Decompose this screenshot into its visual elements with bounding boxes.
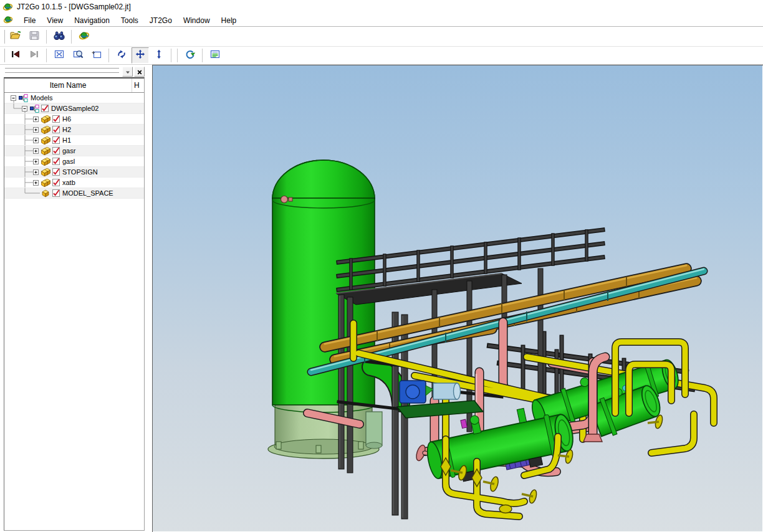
menu-bar: FileViewNavigationToolsJT2GoWindowHelp (0, 13, 763, 26)
jt2go-document-icon (3, 15, 13, 24)
binoculars-icon (54, 31, 65, 43)
tree-item-label[interactable]: gasr (61, 147, 77, 154)
open-folder-icon (10, 31, 21, 43)
toolbar-separator (108, 49, 110, 62)
next-frame-button (26, 47, 43, 64)
toolbar-standard-gripper[interactable] (2, 30, 5, 44)
zoom-vertical-icon (153, 49, 165, 62)
previous-frame-button[interactable] (7, 47, 24, 64)
visibility-checkbox[interactable] (52, 189, 60, 197)
tree-row-dwgsample02[interactable]: DWGSample02 (4, 103, 144, 114)
rotate-icon (116, 49, 127, 62)
toolbar-separator (46, 30, 47, 44)
update-view-button[interactable] (181, 47, 199, 64)
tree-item-label[interactable]: STOPSIGN (61, 168, 99, 176)
tank-nozzle (281, 196, 288, 203)
tree-rows: ModelsDWGSample02H6H2H1gasrgaslSTOPSIGNx… (4, 93, 144, 530)
window-fit-icon (91, 49, 102, 62)
model-tree: Item Name H ModelsDWGSample02H6H2H1gasrg… (4, 77, 145, 531)
tree-item-label[interactable]: MODEL_SPACE (61, 189, 115, 197)
tree-row-gasr[interactable]: gasr (4, 146, 144, 156)
toolbar-standard (0, 27, 763, 47)
viewport-3d[interactable] (152, 65, 763, 532)
toolbar-separator (202, 49, 203, 62)
menu-file[interactable]: File (18, 15, 41, 26)
tree-item-label[interactable]: DWGSample02 (50, 105, 100, 112)
chevron-down-icon (125, 66, 130, 77)
close-icon (137, 66, 142, 77)
main-area: Item Name H ModelsDWGSample02H6H2H1gasrg… (0, 65, 763, 532)
panel-gripper[interactable] (5, 67, 119, 77)
tree-row-xatb[interactable]: xatb (4, 178, 144, 188)
pan-icon (135, 49, 146, 62)
jt2go-logo-icon (79, 31, 90, 43)
window-fit-button[interactable] (88, 47, 105, 64)
save-button (26, 29, 43, 45)
menu-jt2go[interactable]: JT2Go (144, 15, 178, 26)
column-header-partial[interactable]: H (132, 78, 144, 92)
model-tree-panel: Item Name H ModelsDWGSample02H6H2H1gasrg… (4, 66, 145, 531)
next-frame-icon (29, 49, 40, 62)
tree-row-stopsign[interactable]: STOPSIGN (4, 167, 144, 178)
panel-close-button[interactable] (134, 67, 145, 77)
jt2go-app-icon (2, 2, 13, 12)
tree-panel-header (4, 66, 145, 77)
toolbar-separator (46, 49, 47, 62)
menu-view[interactable]: View (41, 15, 69, 26)
column-header-item-name[interactable]: Item Name (4, 78, 132, 92)
tree-item-label[interactable]: gasl (61, 158, 76, 165)
tree-item-label[interactable]: H2 (61, 126, 72, 133)
jt2go-button[interactable] (75, 29, 93, 45)
title-bar: JT2Go 10.1.5 - [DWGSample02.jt] (0, 0, 763, 13)
visibility-checkbox[interactable] (52, 158, 60, 165)
visibility-checkbox[interactable] (52, 179, 60, 186)
toolbar-view (0, 47, 763, 65)
menu-help[interactable]: Help (216, 15, 242, 26)
save-icon (29, 31, 40, 43)
properties-form-icon (209, 49, 221, 62)
menu-tools[interactable]: Tools (115, 15, 144, 26)
tree-item-label[interactable]: H1 (61, 136, 72, 144)
tree-row-gasl[interactable]: gasl (4, 156, 144, 167)
pan-button[interactable] (132, 47, 149, 64)
zoom-area-button[interactable] (69, 47, 87, 64)
open-button[interactable] (7, 29, 24, 45)
visibility-checkbox[interactable] (52, 168, 60, 176)
tree-item-label[interactable]: xatb (61, 179, 77, 186)
prev-frame-icon (10, 49, 21, 62)
properties-button[interactable] (206, 47, 224, 64)
tree-row-h2[interactable]: H2 (4, 125, 144, 135)
menu-navigation[interactable]: Navigation (69, 15, 115, 26)
tree-row-h1[interactable]: H1 (4, 135, 144, 146)
update-view-icon (185, 49, 196, 62)
zoom-area-icon (72, 49, 84, 62)
tree-column-headers: Item Name H (4, 78, 144, 93)
panel-dropdown-button[interactable] (122, 67, 133, 77)
toolbar-separator (171, 49, 172, 62)
rotate-button[interactable] (113, 47, 130, 64)
window-title: JT2Go 10.1.5 - [DWGSample02.jt] (17, 2, 131, 11)
find-button[interactable] (50, 29, 68, 45)
visibility-checkbox[interactable] (52, 147, 60, 154)
tree-item-label[interactable]: H6 (61, 115, 72, 123)
tree-row-model_space[interactable]: MODEL_SPACE (4, 188, 144, 199)
visibility-checkbox[interactable] (52, 136, 60, 144)
visibility-checkbox[interactable] (52, 126, 60, 133)
tree-row-models[interactable]: Models (4, 93, 144, 103)
tree-row-h6[interactable]: H6 (4, 114, 144, 125)
fit-all-icon (54, 49, 65, 62)
toolbar-separator (71, 30, 72, 44)
zoom-vertical-button[interactable] (150, 47, 168, 64)
toolbar-separator (177, 49, 178, 62)
toolbar-view-gripper[interactable] (2, 49, 5, 62)
fit-all-button[interactable] (50, 47, 68, 64)
visibility-checkbox[interactable] (52, 115, 60, 123)
menu-window[interactable]: Window (178, 15, 216, 26)
